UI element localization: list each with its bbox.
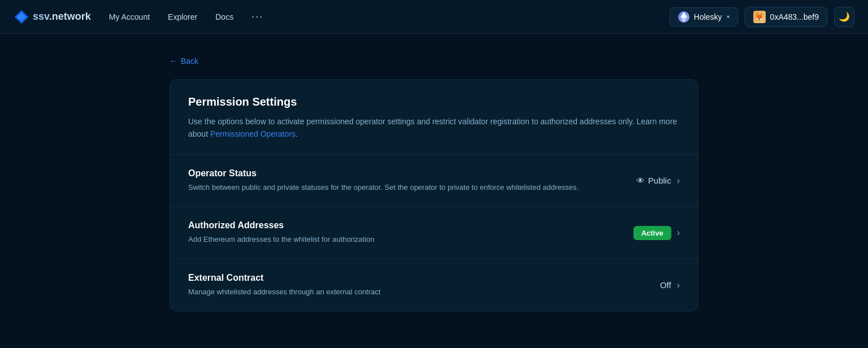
nav-docs[interactable]: Docs bbox=[215, 12, 233, 21]
external-contract-value: Off › bbox=[660, 280, 680, 290]
network-chevron-icon: ▾ bbox=[727, 14, 730, 20]
authorized-addresses-chevron-icon: › bbox=[677, 228, 680, 238]
logo-icon bbox=[14, 9, 29, 25]
public-status: 👁 Public bbox=[636, 176, 671, 185]
authorized-addresses-row[interactable]: Authorized Addresses Add Ethereum addres… bbox=[170, 207, 698, 259]
back-label: Back bbox=[181, 56, 198, 66]
permissioned-operators-link[interactable]: Permissioned Operators bbox=[210, 129, 296, 138]
operator-status-info: Operator Status Switch between public an… bbox=[188, 168, 636, 193]
main-content: ← Back Permission Settings Use the optio… bbox=[0, 34, 868, 334]
eth-icon bbox=[678, 11, 689, 23]
external-contract-chevron-icon: › bbox=[677, 280, 680, 290]
external-contract-row[interactable]: External Contract Manage whitelisted add… bbox=[170, 259, 698, 311]
authorized-addresses-title: Authorized Addresses bbox=[188, 220, 633, 230]
operator-status-title: Operator Status bbox=[188, 168, 636, 179]
active-badge: Active bbox=[633, 226, 671, 240]
external-contract-info: External Contract Manage whitelisted add… bbox=[188, 273, 660, 298]
operator-status-chevron-icon: › bbox=[677, 176, 680, 186]
nav-links: My Account Explorer Docs ··· bbox=[109, 11, 670, 23]
navbar-right: Holesky ▾ 🦊 0xA483...bef9 🌙 bbox=[670, 7, 854, 27]
authorized-addresses-value: Active › bbox=[633, 226, 680, 240]
wallet-address: 0xA483...bef9 bbox=[770, 12, 819, 21]
external-contract-description: Manage whitelisted addresses through an … bbox=[188, 286, 660, 298]
nav-more[interactable]: ··· bbox=[251, 11, 263, 23]
operator-status-value: 👁 Public › bbox=[636, 176, 680, 186]
logo[interactable]: ssv.network bbox=[14, 9, 91, 25]
wallet-selector[interactable]: 🦊 0xA483...bef9 bbox=[745, 7, 827, 27]
moon-icon: 🌙 bbox=[839, 11, 850, 22]
description-text-after: . bbox=[296, 129, 298, 138]
network-name: Holesky bbox=[694, 12, 722, 21]
theme-toggle-button[interactable]: 🌙 bbox=[834, 7, 854, 27]
nav-explorer[interactable]: Explorer bbox=[168, 12, 197, 21]
nav-my-account[interactable]: My Account bbox=[109, 12, 150, 21]
eye-icon: 👁 bbox=[636, 176, 645, 185]
operator-status-description: Switch between public and private status… bbox=[188, 182, 636, 193]
authorized-addresses-info: Authorized Addresses Add Ethereum addres… bbox=[188, 220, 633, 245]
logo-text: ssv.network bbox=[33, 11, 91, 23]
permission-settings-card: Permission Settings Use the options belo… bbox=[170, 79, 698, 311]
card-title: Permission Settings bbox=[188, 95, 680, 108]
card-description: Use the options below to activate permis… bbox=[188, 115, 680, 141]
back-link[interactable]: ← Back bbox=[170, 56, 698, 66]
back-arrow-icon: ← bbox=[170, 56, 177, 66]
off-label: Off bbox=[660, 280, 671, 290]
operator-status-row[interactable]: Operator Status Switch between public an… bbox=[170, 155, 698, 207]
wallet-icon: 🦊 bbox=[753, 11, 766, 23]
authorized-addresses-description: Add Ethereum addresses to the whitelist … bbox=[188, 234, 633, 245]
card-header: Permission Settings Use the options belo… bbox=[170, 80, 698, 155]
external-contract-title: External Contract bbox=[188, 273, 660, 283]
network-selector[interactable]: Holesky ▾ bbox=[670, 7, 738, 27]
navbar: ssv.network My Account Explorer Docs ···… bbox=[0, 0, 868, 34]
public-label: Public bbox=[648, 176, 671, 185]
